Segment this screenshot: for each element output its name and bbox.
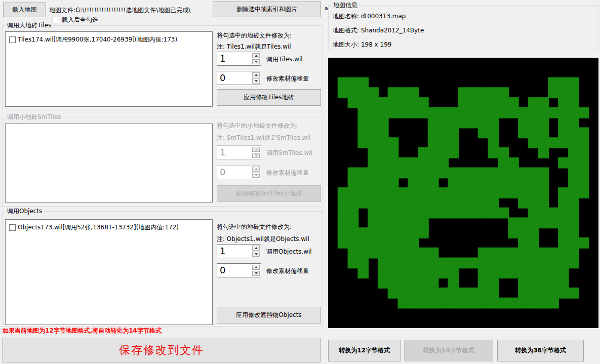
objects-call-label: 调用Objects.wil [266, 248, 312, 256]
objects-offset-value[interactable]: 0 [220, 264, 225, 276]
map-file-path-label: 地图文件:G:\!!!!!!!!!!!!!!!!!选地图文件\地图已完成\ [49, 6, 212, 14]
smtiles-call-spin-up-button [252, 147, 260, 152]
tiles-offset-spin-down-button[interactable] [252, 78, 260, 84]
objects-offset-spin-up-button[interactable] [252, 265, 260, 270]
apply-smtiles-button: 应用修改SmTiles小地砖 [217, 185, 321, 202]
tiles-offset-spin-up-button[interactable] [252, 72, 260, 77]
down-arrow-icon [255, 272, 258, 274]
up-arrow-icon [255, 74, 258, 76]
objects-edit-heading: 将勾选中的地砖文件修改为: [217, 223, 292, 231]
down-arrow-icon [255, 154, 258, 156]
smtiles-note: 注: SmTiles1.wil就是SmTiles.wil [217, 134, 310, 142]
objects-call-spin-down-button[interactable] [252, 252, 260, 257]
map-editor-window: 载入地图 地图文件:G:\!!!!!!!!!!!!!!!!!选地图文件\地图已完… [0, 0, 600, 364]
tiles-item-label: Tiles174.wil[调用9900张,17040-26939](地图内值:1… [18, 35, 177, 44]
tiles-offset-spinner[interactable]: 0 [217, 71, 261, 85]
smtiles-call-label: 调用SmTiles.wil [266, 149, 312, 157]
down-arrow-icon [255, 174, 258, 176]
up-arrow-icon [255, 266, 258, 268]
smtiles-offset-spin-up-button [252, 167, 260, 172]
up-arrow-icon [255, 168, 258, 170]
map-name-row: 地图名称: dt000313.map [333, 12, 406, 21]
tiles-listbox[interactable]: Tiles174.wil[调用9900张,17040-26939](地图内值:1… [5, 31, 213, 107]
map-format-row: 地图格式: Shanda2012_14Byte [333, 26, 424, 35]
objects-call-spin-up-button[interactable] [252, 246, 260, 251]
objects-note: 注: Objects1.wil就是Objects.wil [217, 235, 309, 244]
tiles-call-label: 调用Tiles.wil [266, 55, 303, 64]
objects-offset-label: 修改素材偏移量 [266, 267, 309, 275]
tiles-call-spinner[interactable]: 1 [217, 52, 261, 66]
up-arrow-icon [255, 55, 258, 57]
smtiles-call-spin-down-button [252, 153, 260, 158]
convert-36byte-button[interactable]: 转换为36字节格式 [497, 340, 584, 361]
map-size-value: 198 x 199 [361, 41, 392, 48]
map-name-label: 地图名称: [333, 13, 359, 20]
check-all-after-load-row: 载入后全勾选 [53, 16, 98, 24]
up-arrow-icon [255, 148, 258, 150]
format-warning-text: 如果当前地图为12字节地图格式,将自动转化为14字节格式 [3, 327, 162, 335]
map-size-label: 地图大小: [333, 41, 359, 48]
save-to-file-button[interactable]: 保存修改到文件 [3, 338, 321, 362]
map-preview-canvas [328, 58, 598, 328]
tiles-offset-label: 修改素材偏移量 [266, 74, 309, 83]
objects-listbox[interactable]: Objects173.wil[调用52张,13681-13732](地图内值:1… [5, 219, 213, 325]
objects-item-label: Objects173.wil[调用52张,13681-13732](地图内值:1… [18, 223, 179, 232]
objects-call-value[interactable]: 1 [220, 245, 225, 257]
smtiles-call-spinner: 1 [217, 145, 261, 159]
load-map-button[interactable]: 载入地图 [3, 3, 46, 17]
smtiles-offset-spinner: 0 [217, 165, 261, 179]
smtiles-offset-spin-down-button [252, 173, 260, 178]
check-all-label: 载入后全勾选 [62, 16, 98, 24]
delete-selected-index-button[interactable]: 删除选中项索引和图片 [213, 2, 321, 17]
objects-offset-spinner[interactable]: 0 [217, 263, 261, 277]
tiles-item-checkbox[interactable] [9, 36, 16, 43]
stray-a-label: a [325, 5, 328, 12]
objects-group-title: 调用Objects [6, 208, 44, 215]
map-format-value: Shanda2012_14Byte [361, 27, 424, 34]
apply-tiles-button[interactable]: 应用修改Tiles地砖 [217, 89, 321, 106]
smtiles-offset-value: 0 [220, 166, 225, 178]
tiles-group-title: 调用大地砖Tiles [6, 22, 53, 29]
tiles-call-spin-up-button[interactable] [252, 53, 260, 58]
objects-call-spinner[interactable]: 1 [217, 244, 261, 258]
smtiles-group-title: 调用小地砖SmTiles [6, 113, 63, 120]
tiles-offset-value[interactable]: 0 [220, 72, 225, 84]
down-arrow-icon [255, 80, 258, 82]
smtiles-listbox[interactable] [5, 124, 213, 203]
tiles-note: 注: Tiles1.wil就是Tiles.wil [217, 43, 291, 51]
down-arrow-icon [255, 253, 258, 255]
map-name-value: dt000313.map [361, 13, 406, 20]
map-format-label: 地图格式: [333, 27, 359, 34]
objects-item-checkbox[interactable] [9, 224, 16, 231]
map-info-group-title: 地图信息 [332, 2, 359, 9]
down-arrow-icon [255, 61, 258, 63]
convert-14byte-button: 转换为14字节格式 [404, 340, 493, 361]
check-all-checkbox[interactable] [53, 17, 59, 23]
smtiles-offset-label: 修改素材偏移量 [266, 169, 309, 177]
objects-offset-spin-down-button[interactable] [252, 271, 260, 276]
map-size-row: 地图大小: 198 x 199 [333, 41, 391, 49]
convert-12byte-button[interactable]: 转换为12字节格式 [328, 340, 401, 361]
tiles-call-spin-down-button[interactable] [252, 59, 260, 64]
tiles-edit-heading: 将勾选中的地砖文件修改为: [217, 31, 292, 40]
tiles-list-item[interactable]: Tiles174.wil[调用9900张,17040-26939](地图内值:1… [6, 32, 212, 44]
smtiles-call-value: 1 [220, 146, 225, 158]
up-arrow-icon [255, 247, 258, 249]
map-info-group: 地图信息 地图名称: dt000313.map 地图格式: Shanda2012… [328, 5, 599, 50]
smtiles-edit-heading: 将勾选中的小地砖文件修改为: [217, 122, 298, 130]
apply-objects-button[interactable]: 应用修改遮挡物Objects [217, 307, 321, 323]
objects-list-item[interactable]: Objects173.wil[调用52张,13681-13732](地图内值:1… [6, 220, 212, 232]
tiles-call-value[interactable]: 1 [220, 53, 225, 65]
